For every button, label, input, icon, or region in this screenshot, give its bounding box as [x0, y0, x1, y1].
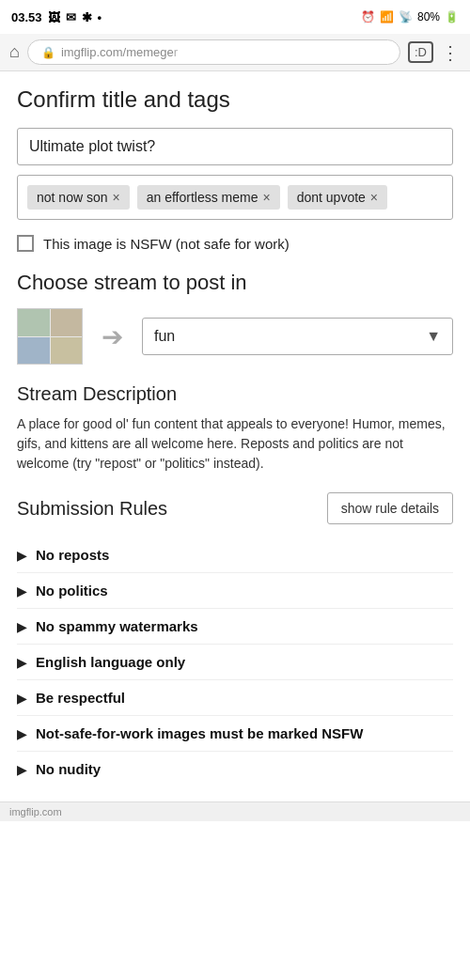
thumb-cell-4: [51, 337, 83, 365]
tags-container: not now son × an effortless meme × dont …: [17, 175, 453, 220]
lock-icon: 🔒: [41, 46, 55, 59]
stream-selected-value: fun: [154, 328, 175, 345]
rule-text: Not-safe-for-work images must be marked …: [36, 725, 363, 741]
rule-arrow-icon: ▶: [17, 656, 26, 670]
rule-text: No reposts: [36, 547, 109, 563]
rule-item-3: ▶ No spammy watermarks: [17, 609, 453, 645]
wifi-icon: 📶: [380, 10, 394, 23]
nsfw-row: This image is NSFW (not safe for work): [17, 235, 453, 252]
rule-text: No politics: [36, 583, 108, 599]
rule-text: Be respectful: [36, 690, 125, 706]
submission-rules-title: Submission Rules: [17, 498, 167, 520]
bluetooth-icon: ✱: [82, 10, 92, 24]
rule-item-5: ▶ Be respectful: [17, 680, 453, 716]
bottom-bar: imgflip.com: [0, 801, 470, 821]
rule-text: English language only: [36, 654, 185, 670]
status-right-section: ⏰ 📶 📡 80% 🔋: [361, 10, 459, 23]
rule-arrow-icon: ▶: [17, 727, 26, 741]
message-icon: ✉: [66, 10, 76, 24]
tag-dont-upvote[interactable]: dont upvote ×: [288, 185, 387, 210]
url-display: imgflip.com/memeger: [61, 45, 178, 59]
tag-label: dont upvote: [297, 190, 366, 205]
thumb-cell-3: [18, 337, 50, 365]
meme-thumbnail: [17, 308, 83, 365]
stream-selector: ➔ fun ▼: [17, 308, 453, 365]
rule-text: No nudity: [36, 761, 101, 777]
title-input[interactable]: [17, 128, 453, 165]
page-title: Confirm title and tags: [17, 86, 453, 113]
dropdown-arrow-icon: ▼: [426, 328, 441, 345]
stream-description-title: Stream Description: [17, 383, 453, 405]
thumb-cell-2: [51, 309, 83, 336]
battery-display: 80%: [417, 10, 440, 23]
stream-description-text: A place for good ol' fun content that ap…: [17, 414, 453, 474]
tag-label: not now son: [37, 190, 108, 205]
arrow-right-icon: ➔: [102, 321, 123, 352]
tab-button[interactable]: :D: [408, 41, 433, 63]
tag-remove-icon[interactable]: ×: [113, 190, 120, 205]
tag-remove-icon[interactable]: ×: [370, 190, 378, 205]
home-button[interactable]: ⌂: [9, 42, 20, 62]
rule-arrow-icon: ▶: [17, 620, 26, 634]
browser-chrome: ⌂ 🔒 imgflip.com/memeger :D ⋮: [0, 34, 470, 71]
nsfw-checkbox[interactable]: [17, 235, 34, 252]
notification-icon: 🖼: [48, 10, 60, 24]
nsfw-label: This image is NSFW (not safe for work): [43, 236, 290, 252]
page-content: Confirm title and tags not now son × an …: [0, 71, 470, 801]
signal-icon: 📡: [399, 10, 413, 23]
stream-dropdown[interactable]: fun ▼: [142, 318, 453, 355]
submission-rules-header: Submission Rules show rule details: [17, 492, 453, 524]
tag-not-now-son[interactable]: not now son ×: [27, 185, 130, 210]
rule-text: No spammy watermarks: [36, 618, 198, 634]
address-bar[interactable]: 🔒 imgflip.com/memeger: [27, 39, 400, 65]
battery-icon: 🔋: [445, 10, 459, 23]
menu-button[interactable]: ⋮: [441, 41, 461, 64]
tag-remove-icon[interactable]: ×: [262, 190, 270, 205]
rule-arrow-icon: ▶: [17, 763, 26, 777]
rule-arrow-icon: ▶: [17, 584, 26, 599]
rule-item-1: ▶ No reposts: [17, 537, 453, 573]
time-display: 03.53: [11, 10, 42, 24]
tag-label: an effortless meme: [147, 190, 258, 205]
bottom-bar-text: imgflip.com: [9, 806, 62, 817]
show-rule-details-button[interactable]: show rule details: [327, 492, 453, 524]
rule-item-4: ▶ English language only: [17, 645, 453, 680]
rule-item-2: ▶ No politics: [17, 573, 453, 609]
rule-item-6: ▶ Not-safe-for-work images must be marke…: [17, 716, 453, 752]
alarm-icon: ⏰: [361, 10, 375, 23]
tag-effortless-meme[interactable]: an effortless meme ×: [137, 185, 280, 210]
rules-list: ▶ No reposts ▶ No politics ▶ No spammy w…: [17, 537, 453, 786]
stream-section-title: Choose stream to post in: [17, 271, 453, 295]
rule-item-7: ▶ No nudity: [17, 752, 453, 786]
status-time-section: 03.53 🖼 ✉ ✱ •: [11, 10, 102, 24]
status-bar: 03.53 🖼 ✉ ✱ • ⏰ 📶 📡 80% 🔋: [0, 0, 470, 34]
thumb-cell-1: [18, 309, 50, 336]
rule-arrow-icon: ▶: [17, 692, 26, 706]
dot-indicator: •: [98, 10, 102, 24]
rule-arrow-icon: ▶: [17, 549, 26, 563]
